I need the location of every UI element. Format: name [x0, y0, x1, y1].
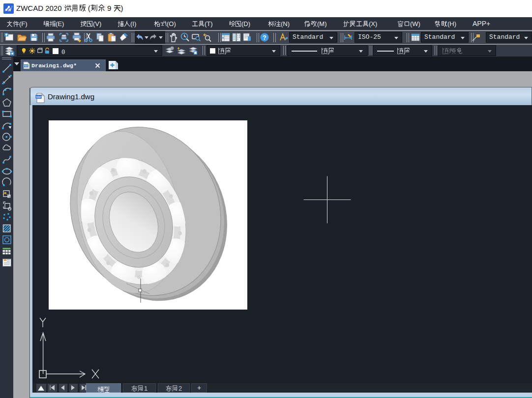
svg-text:?: ? — [263, 34, 266, 41]
svg-text:DWG: DWG — [23, 64, 29, 67]
svg-text:DWG: DWG — [35, 95, 42, 99]
